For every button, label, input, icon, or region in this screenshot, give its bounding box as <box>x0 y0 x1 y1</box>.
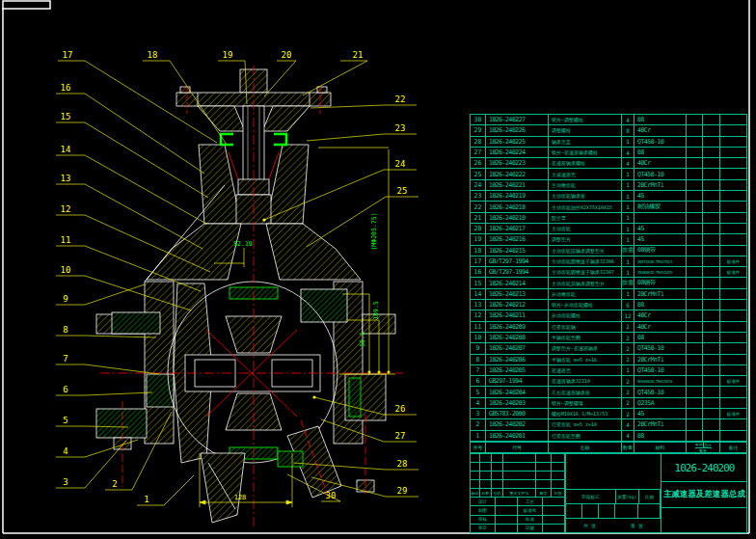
part-material: 20CrMnTi <box>634 289 686 299</box>
part-qty: 2 <box>621 355 634 364</box>
unit-weight <box>686 333 702 342</box>
part-code: 1026-240210 <box>485 213 548 223</box>
mass-label: 质量(kg) <box>616 490 639 503</box>
item-no: 7 <box>471 365 485 375</box>
item-no: 21 <box>471 213 485 223</box>
item-no: 30 <box>471 115 485 124</box>
unit-weight <box>686 387 702 396</box>
part-qty: 2 <box>621 398 634 408</box>
unit-weight <box>686 300 702 310</box>
part-material: 35X80X32.75X31X25 <box>634 267 686 277</box>
part-material: 30X72X28.75X27X23 <box>634 256 686 266</box>
part-remark <box>719 148 746 157</box>
part-name: 行星齿轮轴 <box>548 322 621 332</box>
table-row: 111026-240209行星齿轮轴240Cr <box>471 322 746 333</box>
part-qty: 1 <box>621 256 634 266</box>
part-material: 20CrMnTi <box>634 355 686 364</box>
total-weight <box>702 256 719 266</box>
item-no: 19 <box>471 234 485 244</box>
callout-leader-23 <box>307 134 417 141</box>
part-name: 行星齿轮垫圈 <box>548 431 621 441</box>
part-qty: 4 <box>621 419 634 429</box>
part-remark: 标准件 <box>719 376 746 386</box>
stage-row: 阶段标记 质量(kg) 比例 <box>565 489 661 503</box>
part-remark: 标准件 <box>719 256 746 266</box>
unit-weight <box>686 355 702 364</box>
part-qty: 1 <box>621 213 634 223</box>
unit-weight <box>686 289 702 299</box>
table-row: 81026-240206半轴齿轮 m=5 z=16220CrMnTi <box>471 355 746 365</box>
part-code: GB5783-2000 <box>485 409 548 418</box>
part-qty: 1 <box>621 365 634 375</box>
part-code: 1026-240218 <box>485 202 548 211</box>
table-row: 121026-240211从动齿轮螺栓1240Cr <box>471 310 746 321</box>
part-remark <box>719 169 746 178</box>
sign-label: 制图 <box>471 505 496 514</box>
part-material: 20CrMnTi <box>634 419 686 429</box>
total-weight <box>702 148 719 157</box>
part-material: 08 <box>634 300 686 310</box>
header-qty: 数量 <box>621 443 634 452</box>
part-name: 调整垫片 <box>548 234 621 244</box>
part-code: 1026-240217 <box>485 224 548 233</box>
callout-12: 12 <box>61 204 71 214</box>
unit-weight <box>686 137 702 147</box>
total-weight <box>702 169 719 178</box>
unit-weight <box>686 202 702 211</box>
table-row: 301026-240227锁片—调整螺栓408 <box>471 115 746 125</box>
table-row: 251026-240222主减速器壳1QT450-10 <box>471 169 746 179</box>
callout-leader-20 <box>264 61 296 96</box>
part-qty: 1 <box>621 191 634 201</box>
unit-weight <box>686 125 702 135</box>
total-weight <box>702 267 719 277</box>
callout-11: 11 <box>61 235 71 245</box>
part-code: 1026-240209 <box>485 322 548 332</box>
callout-6: 6 <box>63 385 68 394</box>
table-row: 151026-240214主动齿轮后轴承调整垫片按需08钢带 <box>471 278 746 288</box>
rev-label: 更改文件号 <box>503 489 536 497</box>
table-row: 21026-240202行星齿轮 m=5 z=10420CrMnTi <box>471 419 746 430</box>
part-material: 40Cr <box>634 322 686 332</box>
part-code: 1026-240213 <box>485 289 548 299</box>
callout-26: 26 <box>395 404 406 414</box>
total-weight <box>702 224 719 233</box>
item-no: 2 <box>471 419 485 429</box>
part-material: 40Cr <box>634 125 686 135</box>
total-weight <box>702 376 719 386</box>
part-remark <box>719 343 746 353</box>
part-name: 从动锥齿轮 <box>548 289 621 299</box>
unit-weight <box>686 365 702 375</box>
callout-19: 19 <box>223 50 233 60</box>
table-row: 181026-240215主动齿轮前轴承调整垫片按需08钢带 <box>471 246 746 256</box>
callout-leader-9 <box>56 284 145 305</box>
dimension-text: 128 <box>234 494 247 501</box>
unit-weight <box>686 419 702 429</box>
total-weight <box>702 300 719 310</box>
callout-leader-21 <box>303 61 367 95</box>
item-no: 9 <box>471 343 485 353</box>
unit-weight <box>686 246 702 256</box>
table-row: 131026-240212锁片—从动齿轮螺栓608 <box>471 300 746 310</box>
part-material: 08钢带 <box>634 246 686 256</box>
callout-1: 1 <box>144 495 148 504</box>
total-weight <box>702 322 719 332</box>
part-remark <box>719 115 746 124</box>
part-material: 45 <box>634 191 686 201</box>
part-remark <box>719 125 746 135</box>
callout-10: 10 <box>61 265 71 275</box>
unit-weight <box>686 180 702 190</box>
unit-weight <box>686 148 702 157</box>
part-remark <box>719 322 746 332</box>
part-code: 1026-240219 <box>485 191 548 201</box>
sign-label: 日期 <box>518 524 543 532</box>
part-remark <box>719 137 746 147</box>
table-row: 231026-240219主动齿轮轴承座145 <box>471 191 746 202</box>
header-material: 材料 <box>634 443 686 452</box>
total-weight <box>702 409 719 418</box>
callout-13: 13 <box>61 174 71 183</box>
item-no: 22 <box>471 202 485 211</box>
table-row: 221026-240218主动齿轮油封42X75X10X151耐油橡胶 <box>471 202 746 212</box>
sign-label: 设计 <box>471 497 496 505</box>
part-remark <box>719 289 746 299</box>
total-weight <box>702 398 719 408</box>
